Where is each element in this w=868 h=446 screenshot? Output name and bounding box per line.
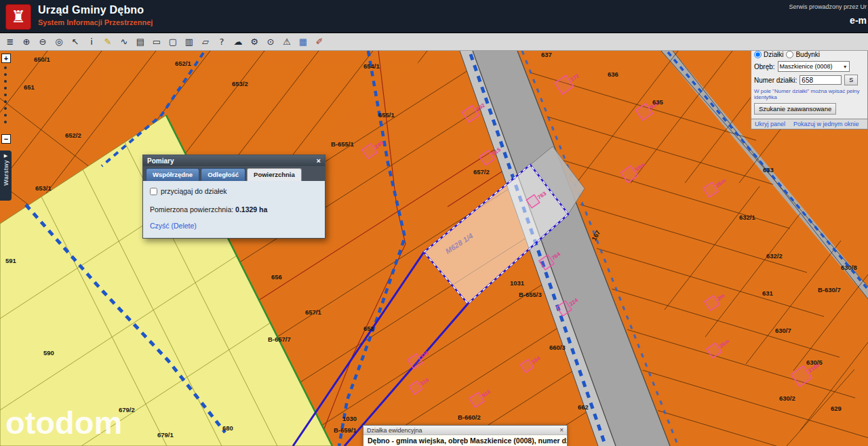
zoom-in-icon[interactable]: ⊕ (19, 34, 34, 49)
measure-path-icon[interactable]: ∿ (117, 34, 132, 49)
parcel-label: 632/1 (739, 214, 755, 221)
parcel-label: 660/3 (549, 344, 566, 351)
search-button[interactable]: S (844, 75, 858, 85)
parcel-label: 636 (608, 70, 618, 78)
parcel-label: 658 (363, 325, 374, 332)
search-icon[interactable]: ⊙ (263, 34, 278, 49)
settings-icon[interactable]: ⚙ (247, 34, 262, 49)
brand-link[interactable]: e-m (850, 15, 867, 26)
parcel-label: B-655/3 (519, 291, 542, 298)
parcel-info-title: Działka ewidencyjna (367, 427, 422, 434)
parcel-label: 630/7 (775, 327, 791, 334)
parcel-label: 652/1 (175, 60, 191, 67)
chevron-down-icon: ▼ (843, 64, 848, 69)
zoom-slider[interactable] (4, 66, 7, 123)
chevron-right-icon: ▶ (4, 153, 7, 159)
parcel-label: B-659/1 (334, 426, 357, 434)
parcel-label: 591 (5, 257, 17, 264)
measure-panel-title: Pomiary (147, 157, 174, 165)
measure-tab-odległość[interactable]: Odległość (201, 168, 245, 181)
radio-parcels[interactable]: Działki (754, 51, 783, 58)
help-icon[interactable]: ? (214, 34, 229, 49)
parcel-info-text: Dębno - gmina wiejska, obręb Maszkienice… (363, 435, 567, 446)
print-icon[interactable]: ▤ (133, 34, 148, 49)
parcel-label: 630/2 (779, 394, 795, 402)
parcel-label: 1030 (342, 415, 357, 422)
parcel-label: B-657/7 (268, 336, 291, 343)
parcel-label: 680 (222, 424, 233, 432)
ruler-icon[interactable]: ▭ (149, 34, 164, 49)
parcel-label: 652/2 (65, 131, 81, 139)
obreb-select[interactable]: Maszkienice (0008) ▼ (778, 61, 850, 72)
snap-checkbox[interactable] (150, 188, 157, 195)
download-cloud-icon[interactable]: ☁ (231, 34, 245, 49)
snap-label: przyciągaj do działek (161, 187, 226, 195)
parcel-number-label: Numer działki: (754, 77, 797, 84)
parcel-label: 657/1 (305, 308, 321, 316)
measure-result: Pomierzona powierzchnia: 0.1329 ha (150, 205, 318, 214)
obreb-selected-value: Maszkienice (0008) (780, 63, 833, 70)
legend-icon[interactable]: ▦ (296, 34, 311, 49)
service-note: Serwis prowadzony przez Ur (789, 3, 867, 10)
parcel-label: 630/8 (841, 264, 857, 271)
measure-tab-współrzędne[interactable]: Współrzędne (146, 168, 199, 181)
measure-panel-body: przyciągaj do działek Pomierzona powierz… (143, 181, 325, 238)
obreb-label: Obręb: (754, 63, 775, 70)
zoom-out-button[interactable]: − (1, 134, 11, 144)
measure-panel: Pomiary × WspółrzędneOdległośćPowierzchn… (142, 155, 326, 239)
radio-buildings-label: Budynki (795, 51, 820, 58)
parcel-label: 657/2 (473, 168, 490, 176)
parcel-label: 679/2 (119, 406, 135, 413)
close-icon[interactable]: × (559, 427, 564, 434)
search-panel-body: Działki Budynki Obręb: Maszkienice (0008… (751, 47, 868, 119)
parcel-label: 655/1 (378, 111, 395, 119)
parcel-label: 1031 (510, 279, 525, 287)
draw-tools-icon[interactable]: ✐ (312, 34, 327, 49)
parcel-label: 656 (271, 273, 282, 281)
info-icon[interactable]: i (84, 34, 99, 49)
split-view-icon[interactable]: ▥ (182, 34, 197, 49)
parcel-label: 629 (831, 405, 842, 412)
layers-panel-tab[interactable]: ▶ Warstwy (0, 150, 12, 201)
close-icon[interactable]: × (317, 157, 321, 165)
parcel-label: 662 (578, 403, 589, 411)
parcel-label: 633 (763, 166, 774, 174)
select-area-icon[interactable]: ▢ (165, 34, 180, 49)
zoom-in-button[interactable]: + (1, 54, 11, 63)
toolbar: ≣⊕⊖◎↖i✎∿▤▭▢▥▱?☁⚙⊙⚠▦✐ (0, 33, 868, 51)
zoom-extent-icon[interactable]: ◎ (52, 34, 66, 49)
crest-icon: ♜ (11, 7, 26, 26)
map-canvas[interactable]: M628 1/4 17229224951591m58m26m7637642243… (0, 51, 868, 446)
parcel-label: 654/1 (363, 62, 380, 70)
search-panel-footer: Ukryj panel Pokazuj w jednym oknie (751, 119, 868, 129)
radio-buildings-input[interactable] (786, 51, 793, 58)
radio-buildings[interactable]: Budynki (786, 51, 820, 58)
parcel-info-titlebar[interactable]: Działka ewidencyjna × (363, 426, 567, 435)
measure-tab-powierzchnia[interactable]: Powierzchnia (247, 168, 302, 181)
parcel-label: 651 (24, 83, 35, 91)
parcel-label: 630/5 (806, 359, 823, 366)
warning-icon[interactable]: ⚠ (279, 34, 294, 49)
toolbar-icons: ≣⊕⊖◎↖i✎∿▤▭▢▥▱?☁⚙⊙⚠▦✐ (2, 34, 328, 49)
measure-panel-titlebar[interactable]: Pomiary × (143, 155, 325, 166)
parcel-label: 635 (652, 98, 664, 106)
parcel-label: 650/1 (34, 56, 50, 63)
measure-result-label: Pomierzona powierzchnia: (150, 205, 233, 214)
hide-panel-link[interactable]: Ukryj panel (755, 121, 785, 127)
app-subtitle: System Informacji Przestrzennej (38, 18, 153, 26)
comment-icon[interactable]: ▱ (198, 34, 213, 49)
single-window-link[interactable]: Pokazuj w jednym oknie (793, 121, 859, 127)
search-hint: W pole "Numer działki" można wpisać pełn… (754, 88, 865, 100)
zoom-out-icon[interactable]: ⊖ (35, 34, 50, 49)
pointer-icon[interactable]: ↖ (68, 34, 83, 49)
parcel-label: 631 (762, 289, 774, 297)
advanced-search-button[interactable]: Szukanie zaawansowane (754, 103, 836, 115)
parcel-number-input[interactable] (800, 75, 842, 85)
snap-checkbox-row[interactable]: przyciągaj do działek (150, 187, 318, 195)
layers-icon[interactable]: ≣ (3, 34, 18, 49)
coat-of-arms-logo: ♜ (5, 4, 31, 30)
measure-icon[interactable]: ✎ (100, 34, 115, 49)
parcel-label: 653/1 (35, 184, 52, 192)
clear-measure-link[interactable]: Czyść (Delete) (150, 222, 197, 230)
radio-parcels-input[interactable] (754, 51, 762, 58)
